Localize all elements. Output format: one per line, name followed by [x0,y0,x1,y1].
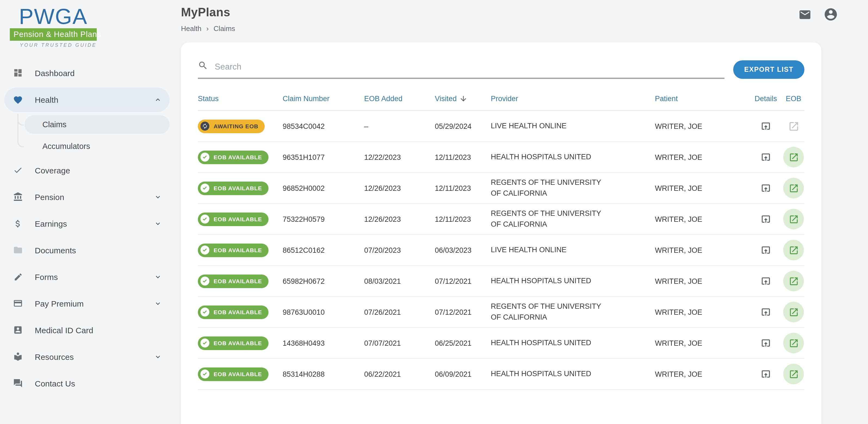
claim-details-button[interactable] [761,276,771,286]
column-header-visited[interactable]: Visited [435,94,491,102]
status-cell: EOB AVAILABLE [198,305,283,319]
brand-name: PWGA [10,4,97,28]
claim-details-button[interactable] [761,307,771,317]
open-eob-button[interactable] [783,240,804,261]
export-list-button[interactable]: EXPORT LIST [733,60,804,79]
column-header-label: EOB Added [364,94,402,102]
sidebar-subitem-label: Accumulators [42,142,90,151]
sidebar-group-documents: Documents [0,238,174,262]
column-header-provider[interactable]: Provider [491,94,655,102]
status-cell: EOB AVAILABLE [198,336,283,350]
sidebar-item-health[interactable]: Health [4,88,169,112]
sidebar-item-coverage[interactable]: Coverage [4,158,169,182]
status-badge-label: EOB AVAILABLE [214,278,262,284]
check-circle-icon [200,307,210,317]
search-input[interactable] [214,61,724,72]
sidebar-item-label: Contact Us [35,378,75,388]
account-icon[interactable] [824,7,838,22]
column-header-eob[interactable]: EOB [783,94,804,102]
claim-row: EOB AVAILABLE86512C016207/20/202306/03/2… [198,235,804,266]
open-eob-button[interactable] [783,364,804,384]
column-header-claim-number[interactable]: Claim Number [283,94,364,102]
topbar-actions [799,7,838,22]
sidebar-item-earnings[interactable]: Earnings [4,211,169,235]
open-eob-button[interactable] [783,209,804,230]
status-badge-label: EOB AVAILABLE [214,216,262,222]
sidebar-item-forms[interactable]: Forms [4,265,169,289]
open-eob-button[interactable] [783,333,804,353]
sidebar-subitem-claims[interactable]: Claims [25,115,169,134]
sidebar-item-dashboard[interactable]: Dashboard [4,61,169,85]
column-header-label: Provider [491,94,518,102]
sidebar-item-resources[interactable]: Resources [4,345,169,368]
sidebar-item-label: Health [35,95,58,104]
claim-details-button[interactable] [761,214,771,224]
status-badge-label: EOB AVAILABLE [214,340,262,346]
main-area: MyPlans Health›Claims EXPORT LIST Status… [174,0,868,424]
open-eob-button[interactable] [783,302,804,322]
tree-connector [18,114,24,147]
sidebar-subitem-accumulators[interactable]: Accumulators [25,137,169,155]
patient-cell: WRITER, JOE [655,370,749,378]
provider-cell: HEALTH HOSPITALS UNITED [491,338,655,349]
status-badge: EOB AVAILABLE [198,305,269,319]
open-eob-button[interactable] [783,271,804,291]
breadcrumb-item-claims[interactable]: Claims [214,25,235,33]
breadcrumb-item-health[interactable]: Health [181,25,202,33]
sidebar-item-contact-us[interactable]: Contact Us [4,371,169,395]
mail-icon[interactable] [799,8,811,21]
sidebar-group-contact-us: Contact Us [0,371,174,395]
check-circle-icon [200,183,210,193]
eob-cell [783,116,804,137]
details-cell [749,368,783,380]
column-header-patient[interactable]: Patient [655,94,749,102]
claim-number-cell: 86512C0162 [283,246,364,254]
column-header-eob-added[interactable]: EOB Added [364,94,435,102]
eob-added-cell: 07/20/2023 [364,246,435,254]
column-header-status[interactable]: Status [198,94,283,102]
claim-details-button[interactable] [761,368,771,380]
patient-cell: WRITER, JOE [655,184,749,192]
sidebar-item-label: Resources [35,352,74,361]
claim-details-button[interactable] [761,183,771,193]
provider-name: HEALTH HOSPITALS UNITED [491,368,591,380]
visited-cell: 06/25/2021 [435,339,491,347]
chevron-down-icon [154,299,162,307]
claim-row: EOB AVAILABLE96852H000212/26/202312/11/2… [198,173,804,204]
column-header-details[interactable]: Details [749,94,783,102]
check-circle-icon [200,276,210,286]
provider-name: LIVE HEALTH ONLINE [491,245,567,256]
sidebar-group-pay-premium: Pay Premium [0,291,174,315]
status-badge-label: EOB AVAILABLE [214,185,262,191]
details-cell [749,338,783,349]
claim-row: EOB AVAILABLE96351H107712/22/202312/11/2… [198,142,804,173]
claim-details-button[interactable] [761,121,771,131]
sidebar-item-label: Documents [35,245,76,255]
claim-details-button[interactable] [761,245,771,255]
details-cell [749,276,783,286]
patient-cell: WRITER, JOE [655,308,749,316]
eob-cell [783,364,804,384]
provider-cell: LIVE HEALTH ONLINE [491,245,655,256]
sidebar-group-resources: Resources [0,345,174,368]
provider-cell: REGENTS OF THE UNIVERSITY OF CALIFORNIA [491,301,655,323]
claim-row: EOB AVAILABLE65982H067208/03/202107/12/2… [198,266,804,297]
bank-icon [13,192,23,202]
claim-number-cell: 65982H0672 [283,277,364,285]
chat-icon [13,378,23,388]
chevron-up-icon [154,96,162,104]
open-eob-button[interactable] [783,178,804,199]
sidebar-item-pension[interactable]: Pension [4,185,169,209]
sidebar-item-documents[interactable]: Documents [4,238,169,262]
provider-cell: REGENTS OF THE UNIVERSITY OF CALIFORNIA [491,208,655,230]
claim-details-button[interactable] [761,152,771,162]
claim-details-button[interactable] [761,338,771,349]
open-eob-button[interactable] [783,147,804,168]
sidebar-item-pay-premium[interactable]: Pay Premium [4,291,169,315]
sidebar-subtree: ClaimsAccumulators [0,115,174,155]
column-header-label: Patient [655,94,678,102]
sidebar-group-pension: Pension [0,185,174,209]
sidebar-item-medical-id-card[interactable]: Medical ID Card [4,318,169,342]
eob-cell [783,240,804,261]
status-badge: EOB AVAILABLE [198,243,269,257]
